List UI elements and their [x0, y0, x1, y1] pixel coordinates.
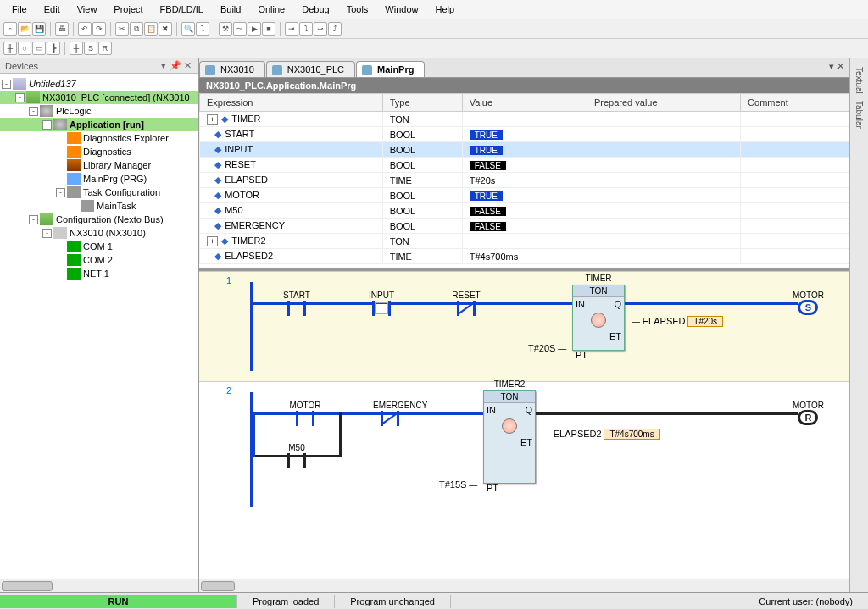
var-row[interactable]: ◆ELAPSED2TIMET#4s700ms	[200, 249, 849, 264]
var-row[interactable]: +◆TIMERTON	[200, 112, 849, 127]
tree-node[interactable]: MainPrg (PRG)	[0, 172, 198, 185]
tree-node[interactable]: -Configuration (Nexto Bus)	[0, 213, 198, 226]
panel-menu-icon[interactable]: ▾	[158, 60, 170, 71]
col-prepared-value[interactable]: Prepared value	[587, 94, 740, 112]
contact-reset[interactable]: RESET	[449, 291, 483, 316]
tree-node[interactable]: -NX3010 (NX3010)	[0, 226, 198, 240]
open-icon[interactable]: 📂	[18, 22, 31, 36]
var-row[interactable]: ◆STARTBOOLTRUE	[200, 127, 849, 142]
var-row[interactable]: ◆M50BOOLFALSE	[200, 203, 849, 219]
tree-node[interactable]: -Application [run]	[0, 118, 198, 131]
block-timer[interactable]: TIMER TON INQ ET PT	[572, 285, 625, 351]
col-value[interactable]: Value	[462, 94, 587, 112]
ld-coil-icon[interactable]: ○	[18, 42, 31, 55]
stop-icon[interactable]: ■	[262, 22, 275, 36]
status-loaded: Program loaded	[237, 595, 335, 608]
ld-nc-icon[interactable]: ╫	[70, 42, 83, 55]
coil-motor-2[interactable]: MOTOR R	[793, 401, 824, 425]
tree-node[interactable]: Library Manager	[0, 158, 198, 172]
block-timer2[interactable]: TIMER2 TON INQ ET PT	[483, 390, 536, 484]
devices-title: Devices	[5, 61, 158, 71]
rung-1[interactable]: 1 START INPUT RESET TIMER TON	[199, 271, 849, 381]
undo-icon[interactable]: ↶	[78, 22, 92, 36]
find-next-icon[interactable]: ⤵	[196, 22, 209, 36]
tree-node[interactable]: Diagnostics	[0, 145, 198, 158]
contact-start[interactable]: START	[280, 291, 314, 316]
menu-build[interactable]: Build	[212, 2, 249, 17]
start-icon[interactable]: ▶	[248, 22, 261, 36]
menu-edit[interactable]: Edit	[36, 2, 69, 17]
tree-node[interactable]: -PlcLogic	[0, 104, 198, 118]
clock-icon	[591, 313, 606, 328]
tab-nx3010_plc[interactable]: NX3010_PLC	[266, 61, 355, 77]
delete-icon[interactable]: ✖	[159, 22, 172, 36]
menu-online[interactable]: Online	[249, 2, 293, 17]
rung-2[interactable]: 2 MOTOR EMERGENCY M50	[199, 381, 849, 517]
build-icon[interactable]: ⚒	[219, 22, 232, 36]
menu-tools[interactable]: Tools	[338, 2, 377, 17]
tab-mainprg[interactable]: MainPrg	[356, 61, 425, 77]
step-over-icon[interactable]: ⤻	[314, 22, 327, 36]
tree-node[interactable]: COM 1	[0, 240, 198, 253]
cut-icon[interactable]: ✂	[115, 22, 129, 36]
panel-close-icon[interactable]: ✕	[181, 60, 193, 71]
coil-motor-1[interactable]: MOTOR S	[793, 291, 824, 315]
ld-branch-icon[interactable]: ┣	[47, 42, 60, 55]
login-icon[interactable]: ⤳	[233, 22, 247, 36]
tree-node[interactable]: MainTask	[0, 199, 198, 213]
col-type[interactable]: Type	[382, 94, 462, 112]
var-row[interactable]: ◆INPUTBOOLTRUE	[200, 142, 849, 158]
new-icon[interactable]: ▫	[3, 22, 17, 36]
tree-node[interactable]: -Task Configuration	[0, 185, 198, 199]
contact-emergency[interactable]: EMERGENCY	[373, 401, 407, 426]
menu-project[interactable]: Project	[105, 2, 151, 17]
tab-tabular[interactable]: Tabular	[854, 97, 864, 132]
var-row[interactable]: +◆TIMER2TON	[200, 234, 849, 249]
step-icon[interactable]: ⇥	[285, 22, 298, 36]
step-out-icon[interactable]: ⤴	[328, 22, 342, 36]
ld-block-icon[interactable]: ▭	[32, 42, 46, 55]
step-into-icon[interactable]: ⤵	[299, 22, 313, 36]
status-changed: Program unchanged	[335, 595, 451, 608]
ladder-view[interactable]: 1 START INPUT RESET TIMER TON	[199, 271, 849, 579]
redo-icon[interactable]: ↷	[92, 22, 106, 36]
menu-window[interactable]: Window	[376, 2, 426, 17]
variable-grid[interactable]: ExpressionTypeValuePrepared valueComment…	[199, 93, 849, 271]
var-row[interactable]: ◆ELAPSEDTIMET#20s	[200, 173, 849, 188]
tab-textual[interactable]: Textual	[854, 64, 864, 97]
tree-node[interactable]: -Untitled137	[0, 77, 198, 91]
menu-help[interactable]: Help	[426, 2, 463, 17]
paste-icon[interactable]: 📋	[144, 22, 158, 36]
var-row[interactable]: ◆RESETBOOLFALSE	[200, 158, 849, 173]
contact-input[interactable]: INPUT	[364, 291, 398, 316]
find-icon[interactable]: 🔍	[181, 22, 195, 36]
right-sidebar: Textual Tabular	[849, 58, 868, 592]
ladder-scrollbar[interactable]	[201, 581, 235, 591]
col-comment[interactable]: Comment	[741, 94, 849, 112]
ld-contact-icon[interactable]: ╫	[3, 42, 17, 55]
col-expression[interactable]: Expression	[200, 94, 383, 112]
contact-m50[interactable]: M50	[280, 443, 314, 468]
ld-set-icon[interactable]: S	[84, 42, 97, 55]
var-row[interactable]: ◆EMERGENCYBOOLFALSE	[200, 219, 849, 234]
contact-motor[interactable]: MOTOR	[288, 401, 322, 426]
tab-close-icon[interactable]: ▾ ✕	[426, 61, 849, 77]
ld-reset-icon[interactable]: R	[98, 42, 112, 55]
panel-pin-icon[interactable]: 📌	[170, 60, 181, 71]
menu-view[interactable]: View	[69, 2, 106, 17]
tree-node[interactable]: Diagnostics Explorer	[0, 131, 198, 145]
print-icon[interactable]: 🖶	[55, 22, 69, 36]
devices-panel: Devices ▾ 📌 ✕ -Untitled137-NX3010_PLC [c…	[0, 58, 199, 592]
tree-node[interactable]: NET 1	[0, 267, 198, 280]
menu-fbd/ld/il[interactable]: FBD/LD/IL	[152, 2, 212, 17]
menu-file[interactable]: File	[3, 2, 36, 17]
save-icon[interactable]: 💾	[32, 22, 46, 36]
tree-scrollbar[interactable]	[2, 581, 53, 591]
tree-node[interactable]: COM 2	[0, 253, 198, 267]
copy-icon[interactable]: ⧉	[130, 22, 143, 36]
var-row[interactable]: ◆MOTORBOOLTRUE	[200, 188, 849, 203]
menu-debug[interactable]: Debug	[293, 2, 337, 17]
device-tree[interactable]: -Untitled137-NX3010_PLC [connected] (NX3…	[0, 74, 198, 579]
tab-nx3010[interactable]: NX3010	[199, 61, 265, 77]
tree-node[interactable]: -NX3010_PLC [connected] (NX3010	[0, 91, 198, 104]
